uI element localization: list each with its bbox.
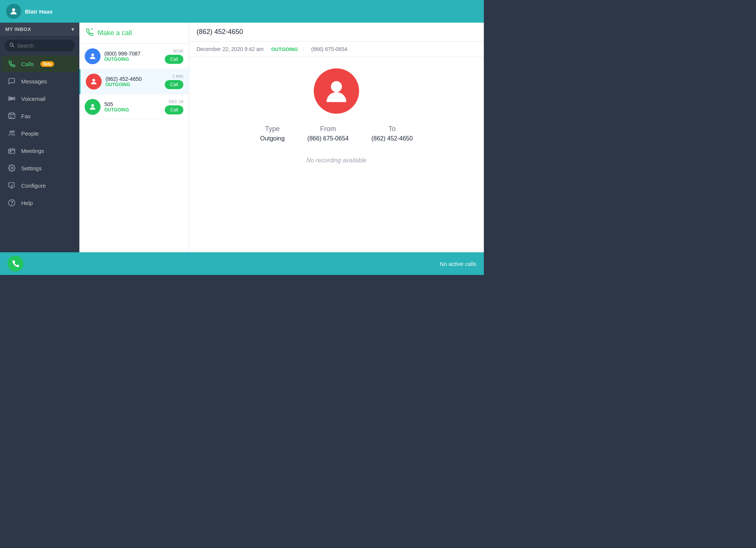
call-meta-3: DEC 18 Call	[165, 99, 183, 114]
sidebar-item-label-calls: Calls	[21, 61, 34, 67]
inbox-dropdown-icon[interactable]: ▾	[71, 26, 74, 32]
call-button-3[interactable]: Call	[165, 105, 183, 114]
no-recording: No recording available	[306, 157, 366, 164]
call-avatar-2	[86, 74, 102, 90]
sidebar-item-label-fax: Fax	[21, 113, 31, 119]
user-info: Blair Haas	[6, 4, 53, 19]
svg-point-13	[11, 167, 13, 169]
voicemail-icon	[8, 95, 16, 102]
calls-icon	[8, 60, 16, 68]
detail-from-number: (866) 675-0654	[311, 46, 347, 52]
svg-rect-5	[11, 97, 12, 100]
detail-panel: (862) 452-4650 December 22, 2020 9:42 am…	[189, 23, 484, 252]
sidebar-item-label-settings: Settings	[21, 165, 42, 171]
sidebar-item-fax[interactable]: Fax	[2, 108, 78, 124]
from-col: From (866) 675-0654	[307, 125, 349, 142]
call-number-3: 505	[104, 101, 161, 107]
sidebar-item-messages[interactable]: Messages	[2, 73, 78, 90]
sidebar-item-label-voicemail: Voicemail	[21, 96, 45, 102]
type-label: Type	[265, 125, 280, 133]
inbox-header[interactable]: MY INBOX ▾	[0, 23, 79, 36]
svg-rect-11	[9, 149, 15, 154]
call-details-grid: Type Outgoing From (866) 675-0654 To (86…	[260, 125, 413, 142]
sidebar-item-configure[interactable]: Configure	[2, 177, 78, 194]
sidebar: MY INBOX ▾ Calls Beta	[0, 23, 79, 252]
sidebar-item-settings[interactable]: Settings	[2, 160, 78, 176]
detail-meta-row: December 22, 2020 9:42 am OUTGOING (866)…	[189, 42, 484, 57]
call-direction-3: OUTGOING	[104, 107, 161, 113]
beta-badge: Beta	[40, 61, 54, 67]
sidebar-item-label-configure: Configure	[21, 182, 46, 189]
sidebar-item-voicemail[interactable]: Voicemail	[2, 90, 78, 107]
messages-icon	[8, 77, 16, 85]
sidebar-item-people[interactable]: People	[2, 125, 78, 142]
inbox-label: MY INBOX	[5, 26, 31, 32]
call-button-2[interactable]: Call	[165, 80, 183, 89]
sidebar-item-meetings[interactable]: Meetings	[2, 142, 78, 159]
to-value: (862) 452-4650	[371, 135, 412, 142]
call-info-1: (800) 998-7087 OUTGOING	[104, 51, 161, 62]
to-label: To	[389, 125, 396, 133]
svg-line-2	[13, 46, 14, 47]
outgoing-badge: OUTGOING	[271, 46, 304, 52]
sidebar-item-label-messages: Messages	[21, 78, 47, 85]
sidebar-item-calls[interactable]: Calls Beta	[2, 56, 78, 72]
help-icon	[8, 199, 16, 207]
make-call-phone-icon	[85, 28, 94, 38]
call-direction-1: OUTGOING	[104, 57, 161, 62]
svg-point-20	[92, 79, 95, 82]
call-item-3[interactable]: 505 OUTGOING DEC 18 Call	[79, 94, 189, 120]
call-avatar-1	[85, 48, 101, 64]
sidebar-item-help[interactable]: Help	[2, 195, 78, 211]
call-number-1: (800) 998-7087	[104, 51, 161, 57]
search-input[interactable]	[17, 43, 70, 49]
svg-rect-6	[12, 98, 13, 99]
make-call-title: Make a call	[98, 29, 132, 37]
meetings-icon	[8, 147, 16, 154]
detail-date: December 22, 2020 9:42 am	[197, 46, 263, 52]
svg-point-16	[12, 204, 12, 205]
call-item[interactable]: (800) 998-7087 OUTGOING NOW Call	[79, 44, 189, 69]
call-meta-1: NOW Call	[165, 49, 183, 64]
call-time-1: NOW	[173, 49, 183, 53]
call-direction-2: OUTGOING	[105, 82, 161, 87]
people-icon	[8, 130, 16, 137]
top-bar: Blair Haas	[0, 0, 484, 23]
call-button-1[interactable]: Call	[165, 55, 183, 64]
svg-rect-8	[10, 113, 14, 115]
call-meta-2: 1 MIN Call	[165, 74, 183, 89]
svg-point-19	[91, 54, 94, 56]
svg-rect-14	[9, 183, 14, 187]
detail-body: Type Outgoing From (866) 675-0654 To (86…	[189, 57, 484, 252]
svg-point-21	[91, 104, 94, 107]
user-name: Blair Haas	[25, 8, 53, 15]
call-info-3: 505 OUTGOING	[104, 101, 161, 113]
no-active-calls: No active calls	[440, 261, 476, 267]
sidebar-item-label-help: Help	[21, 200, 33, 206]
detail-header: (862) 452-4650	[189, 23, 484, 42]
contact-avatar-large	[314, 68, 359, 114]
to-col: To (862) 452-4650	[371, 125, 412, 142]
calls-panel: Make a call (800) 998-7087 OUTGOING NOW …	[79, 23, 189, 252]
svg-point-10	[12, 131, 14, 133]
search-icon	[9, 42, 14, 49]
configure-icon	[8, 182, 16, 189]
settings-icon	[8, 164, 16, 172]
phone-button[interactable]	[8, 256, 23, 272]
bottom-bar: No active calls	[0, 252, 484, 275]
type-value: Outgoing	[260, 135, 285, 142]
from-label: From	[320, 125, 336, 133]
call-info-2: (862) 452-4650 OUTGOING	[105, 76, 161, 87]
detail-phone: (862) 452-4650	[197, 28, 476, 36]
sidebar-item-label-meetings: Meetings	[21, 148, 44, 154]
from-value: (866) 675-0654	[307, 135, 349, 142]
svg-rect-4	[10, 98, 11, 100]
make-call-header[interactable]: Make a call	[79, 23, 189, 44]
call-time-3: DEC 18	[169, 99, 183, 104]
type-col: Type Outgoing	[260, 125, 285, 142]
svg-rect-12	[10, 151, 11, 153]
fax-icon	[8, 112, 16, 120]
search-box[interactable]	[5, 40, 75, 51]
call-item-selected[interactable]: (862) 452-4650 OUTGOING 1 MIN Call	[79, 69, 189, 94]
call-time-2: 1 MIN	[172, 74, 183, 79]
